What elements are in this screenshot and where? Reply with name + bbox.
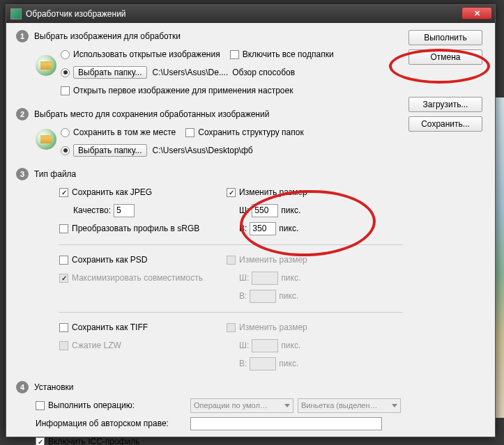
jpeg-h-label: В: [239, 224, 247, 233]
save-psd-checkbox[interactable] [59, 256, 68, 265]
jpeg-w-label: Ш: [239, 205, 249, 215]
quality-label: Качество: [73, 205, 111, 215]
jpeg-resize-checkbox[interactable] [227, 188, 236, 197]
tiff-w-label: Ш: [239, 341, 249, 350]
open-first-checkbox[interactable] [61, 86, 70, 95]
quality-input[interactable] [114, 204, 135, 217]
section-title: Выбрать изображения для обработки [34, 31, 181, 41]
folder-icon [36, 55, 56, 76]
tiff-h-label: В: [239, 359, 247, 368]
tiff-w-unit: пикс. [281, 341, 300, 350]
icc-checkbox[interactable] [36, 437, 45, 446]
section-preferences: 4 Установки Выполнить операцию: Операции… [16, 381, 403, 445]
psd-h-unit: пикс. [279, 291, 298, 301]
use-open-label: Использовать открытые изображения [73, 49, 220, 59]
action-set-dropdown: Операции по умол… [190, 398, 293, 413]
include-subfolders-checkbox[interactable] [230, 50, 239, 59]
tiff-h-unit: пикс. [279, 359, 298, 368]
browse-methods-link[interactable]: Обзор способов [232, 68, 295, 77]
lzw-checkbox [59, 341, 68, 350]
cancel-button[interactable]: Отмена [408, 49, 482, 65]
window-title: Обработчик изображений [26, 9, 491, 19]
open-first-label: Открыть первое изображение для применени… [73, 86, 293, 95]
psd-resize-checkbox [227, 256, 236, 265]
divider [59, 312, 403, 313]
folder-icon [36, 129, 56, 150]
psd-w-label: Ш: [239, 273, 249, 283]
step-number: 2 [16, 108, 29, 120]
main-column: 1 Выбрать изображения для обработки Испо… [16, 30, 403, 445]
section-file-type: 3 Тип файла Сохранить как JPEG Качество:… [16, 168, 403, 374]
section-select-images: 1 Выбрать изображения для обработки Испо… [16, 30, 403, 101]
jpeg-height-input[interactable] [250, 222, 276, 235]
tiff-resize-checkbox [227, 323, 236, 332]
same-place-label: Сохранить в том же месте [73, 127, 176, 137]
run-button[interactable]: Выполнить [408, 30, 482, 45]
same-place-radio[interactable] [61, 128, 70, 137]
psd-height-input [250, 290, 276, 303]
choose-folder-radio[interactable] [61, 68, 70, 77]
psd-resize-label: Изменить размер [239, 255, 307, 265]
tiff-width-input [252, 339, 278, 352]
run-action-label: Выполнить операцию: [48, 400, 160, 410]
save-psd-label: Сохранить как PSD [72, 255, 147, 265]
include-subfolders-label: Включить все подпапки [243, 49, 334, 59]
jpeg-width-input[interactable] [252, 204, 278, 217]
copyright-input[interactable] [190, 417, 382, 430]
psd-width-input [252, 272, 278, 285]
jpeg-resize-label: Изменить размер [239, 187, 307, 197]
icc-label: Включить ICC-профиль [48, 437, 140, 445]
section-title: Выбрать место для сохранения обработанны… [34, 109, 269, 119]
choose-dest-radio[interactable] [61, 146, 70, 155]
app-icon [10, 8, 22, 19]
titlebar[interactable]: Обработчик изображений ✕ [6, 5, 495, 23]
keep-structure-label: Сохранить структуру папок [198, 127, 303, 137]
divider [59, 244, 403, 245]
save-jpeg-checkbox[interactable] [59, 188, 68, 197]
tiff-resize-label: Изменить размер [239, 322, 307, 332]
lzw-label: Сжатие LZW [72, 341, 121, 350]
maxcompat-checkbox [59, 274, 68, 283]
section-save-location: 2 Выбрать место для сохранения обработан… [16, 108, 403, 161]
step-number: 4 [16, 381, 29, 393]
jpeg-h-unit: пикс. [279, 224, 298, 233]
dest-path: C:\Users\Asus\Desktop\фб [153, 146, 253, 155]
section-title: Установки [34, 382, 73, 392]
choose-source-folder-button[interactable]: Выбрать папку... [73, 66, 147, 79]
maxcompat-label: Максимизировать совместимость [72, 273, 203, 283]
source-path: C:\Users\Asus\De.... [153, 68, 229, 77]
use-open-radio[interactable] [61, 50, 70, 59]
copyright-label: Информация об авторском праве: [36, 419, 182, 428]
psd-h-label: В: [239, 291, 247, 301]
srgb-label: Преобразовать профиль в sRGB [72, 224, 199, 233]
tiff-height-input [250, 357, 276, 370]
srgb-checkbox[interactable] [59, 224, 68, 233]
step-number: 1 [16, 30, 29, 42]
close-icon: ✕ [474, 9, 480, 18]
load-button[interactable]: Загрузить... [408, 97, 482, 112]
save-jpeg-label: Сохранить как JPEG [72, 187, 152, 197]
close-button[interactable]: ✕ [461, 7, 492, 19]
dialog-content: Выполнить Отмена Загрузить... Сохранить.… [6, 23, 495, 437]
side-buttons: Выполнить Отмена Загрузить... Сохранить.… [408, 30, 485, 136]
dialog-window: Обработчик изображений ✕ Выполнить Отмен… [6, 4, 496, 437]
run-action-checkbox[interactable] [36, 401, 45, 410]
action-dropdown: Виньетка (выделен… [298, 398, 401, 413]
save-button[interactable]: Сохранить... [408, 116, 482, 132]
save-tiff-label: Сохранить как TIFF [72, 322, 148, 332]
jpeg-w-unit: пикс. [281, 205, 300, 215]
save-tiff-checkbox[interactable] [59, 323, 68, 332]
section-title: Тип файла [34, 169, 76, 179]
step-number: 3 [16, 168, 29, 180]
choose-dest-folder-button[interactable]: Выбрать папку... [73, 144, 147, 157]
keep-structure-checkbox[interactable] [185, 128, 194, 137]
psd-w-unit: пикс. [281, 273, 300, 283]
